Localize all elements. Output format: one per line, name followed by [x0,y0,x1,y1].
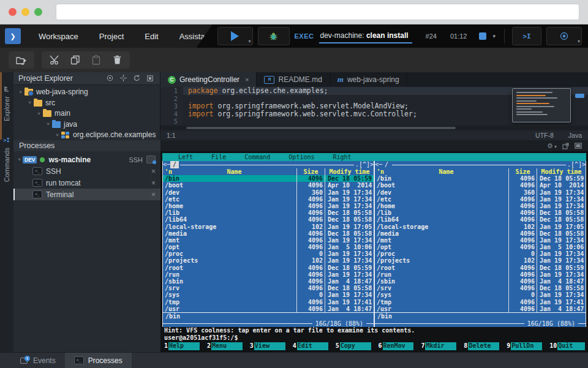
close-icon[interactable]: × [151,179,156,187]
mc-row[interactable]: /opt4096Jan 5 10:06 [375,244,586,250]
fkey-renmov[interactable]: 6RenMov [378,342,414,350]
close-icon[interactable]: × [151,190,156,199]
tree-item[interactable]: ˅java [13,119,160,130]
mc-col-size[interactable]: Size [508,168,537,175]
mc-row[interactable]: /etc4096Jan 19 17:34 [163,196,374,203]
editor-tab-web-java-spring[interactable]: mweb-java-spring [330,72,407,87]
mc-row[interactable]: /projects102Jan 19 17:34 [163,257,374,264]
collapse-all-button[interactable] [118,74,128,83]
mc-row[interactable]: /sys0Jan 19 17:34 [375,291,586,298]
mc-row[interactable]: /local-storage102Jan 19 17:05 [375,223,586,230]
mc-row[interactable]: /dev360Jan 19 17:34 [163,189,374,196]
mc-row[interactable]: /root4096Dec 18 05:59 [163,265,374,271]
close-window-button[interactable] [9,8,17,16]
mc-row[interactable]: /lib4096Dec 18 05:58 [375,209,586,216]
import-project-button[interactable] [16,54,27,66]
scroll-annotation-marker[interactable] [575,94,584,98]
mc-menu-left[interactable]: Left [178,153,193,161]
exec-command[interactable]: dev-machine: clean install [319,29,412,43]
address-bar[interactable] [56,4,579,20]
close-icon[interactable]: × [245,76,249,83]
mc-col-name[interactable]: Name [172,168,296,175]
mc-row[interactable]: /run4096Jan 19 17:34 [375,271,586,278]
mc-row[interactable]: /boot4096Apr 10 2014 [375,182,586,189]
editor-horizontal-scrollbar[interactable] [160,126,588,130]
minimize-window-button[interactable] [21,8,29,16]
mc-row[interactable]: /lib644096Dec 18 05:58 [163,216,374,223]
mc-row[interactable]: /srv4096Dec 18 05:58 [163,285,374,291]
mc-col-size[interactable]: Size [296,168,325,175]
mc-row[interactable]: /boot4096Apr 10 2014 [163,182,374,189]
mc-row[interactable]: /mnt4096Jan 19 17:34 [375,237,586,244]
mc-current-path[interactable]: / [170,161,179,168]
paste-button[interactable] [91,54,102,66]
fkey-view[interactable]: 3View [249,342,285,350]
debug-target-button[interactable]: ▾ [546,27,582,45]
mc-menu-file[interactable]: File [211,153,226,161]
tree-item[interactable]: ˅org.eclipse.che.examples [13,130,160,141]
chevron-down-icon[interactable]: ˅ [17,89,24,95]
tree-item[interactable]: ˅main [13,108,160,119]
zoom-window-button[interactable] [34,8,42,16]
chevron-down-icon[interactable]: ˅ [36,111,42,116]
maximize-part-button[interactable] [145,74,155,83]
mc-col-mtime[interactable]: Modify time [325,168,374,175]
mc-menu-options[interactable]: Options [288,153,314,161]
mc-row[interactable]: /etc4096Jan 19 17:34 [375,196,586,203]
mc-row[interactable]: /home4096Jan 19 17:34 [163,203,374,209]
mc-menu-right[interactable]: Right [333,153,352,161]
open-in-new-window-button[interactable] [562,143,569,149]
link-with-editor-button[interactable] [105,74,115,83]
mc-row[interactable]: /bin4096Dec 18 05:59 [163,175,374,182]
mc-row[interactable]: /lib4096Dec 18 05:58 [163,209,374,216]
fkey-copy[interactable]: 5Copy [335,342,371,350]
mc-row[interactable]: /home4096Jan 19 17:34 [375,203,586,209]
mc-row[interactable]: /tmp4096Jan 19 17:41 [375,299,586,306]
mc-row[interactable]: /dev360Jan 19 17:34 [375,189,586,196]
editor-tab-greetingcontroller[interactable]: CGreetingController× [160,72,257,87]
process-item-ssh[interactable]: >_SSH× [13,165,160,177]
run-button[interactable]: ▾ [217,27,253,45]
nav-toggle-button[interactable]: ❯ [5,28,21,44]
tree-item[interactable]: ˅web-java-spring [13,87,160,98]
terminal-settings-button[interactable]: ⚙ ▾ [547,142,557,150]
mc-row[interactable]: /usr4096Jan 4 18:47 [375,306,586,312]
chevron-down-icon[interactable]: ˅ [26,100,33,105]
mc-row[interactable]: /media4096Dec 18 05:58 [375,230,586,237]
chevron-down-icon[interactable]: ˅ [54,132,61,138]
side-tab-explorer[interactable]: Explorer [3,86,10,121]
menu-item-project[interactable]: Project [89,24,134,48]
mc-col-name[interactable]: Name [384,168,508,175]
mc-row[interactable]: /media4096Dec 18 05:58 [163,230,374,237]
mc-row[interactable]: /lib644096Dec 18 05:58 [375,216,586,223]
menu-item-edit[interactable]: Edit [134,24,168,48]
mc-row[interactable]: /proc0Jan 19 17:34 [375,250,586,257]
terminal-console[interactable]: LeftFileCommandOptionsRight <─/.[^]>'nNa… [160,151,588,352]
side-tab-commands[interactable]: Commands >I [3,137,10,182]
code-editor[interactable]: 1package org.eclipse.che.examples;23impo… [160,87,588,126]
terminal-button[interactable]: >I [512,27,541,45]
process-machine-row[interactable]: ˅DEVws-machineSSH [13,154,160,165]
events-tab[interactable]: 1 Events [11,353,65,368]
close-icon[interactable]: × [151,167,156,176]
mc-menu-command[interactable]: Command [244,153,270,161]
fkey-mkdir[interactable]: 7Mkdir [420,342,456,350]
fkey-quit[interactable]: 10Quit [549,342,585,350]
mc-row[interactable]: /tmp4096Jan 19 17:41 [163,299,374,306]
fkey-help[interactable]: 1Help [164,342,200,350]
mc-row[interactable]: /root4096Dec 18 05:59 [375,265,586,271]
mc-row[interactable]: /local-storage102Jan 19 17:05 [163,223,374,230]
mc-row[interactable]: /sys0Jan 19 17:34 [163,291,374,298]
exec-dropdown-caret[interactable]: ▾ [492,33,496,39]
tree-item[interactable]: ˅src [13,97,160,108]
refresh-button[interactable] [132,74,141,83]
scrollbar-thumb[interactable] [186,127,456,129]
process-item-run-tomcat[interactable]: >_run tomcat× [13,177,160,189]
cut-button[interactable] [49,54,60,66]
mc-col-mtime[interactable]: Modify time [537,168,586,175]
chevron-down-icon[interactable]: ˅ [45,121,51,127]
shell-prompt[interactable]: user@a2051acf31f5:/$ [162,334,586,342]
debug-button[interactable] [258,27,290,45]
mc-row[interactable]: /proc0Jan 19 17:34 [163,250,374,257]
mc-row[interactable]: /run4096Jan 19 17:34 [163,271,374,278]
